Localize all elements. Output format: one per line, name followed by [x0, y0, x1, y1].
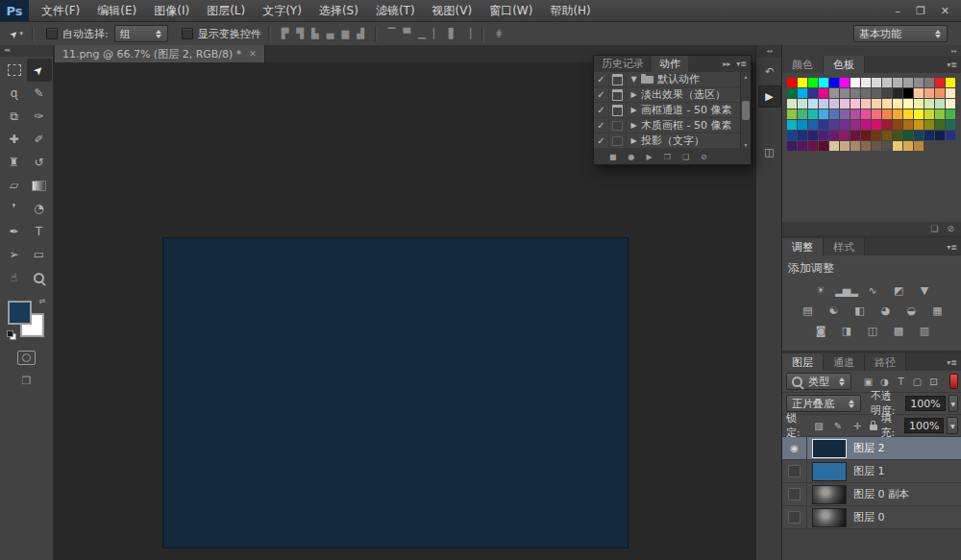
tab-样式[interactable]: 样式	[824, 238, 865, 256]
color-swatch[interactable]	[850, 110, 860, 119]
color-swatch[interactable]	[914, 110, 924, 119]
layer-row[interactable]: 图层 0	[782, 506, 961, 529]
menu-item[interactable]: 文字(Y)	[254, 0, 310, 21]
crop-tool[interactable]: ⧉	[2, 105, 27, 128]
canvas-document[interactable]	[163, 238, 628, 548]
align-top-edges-icon[interactable]: ▄	[327, 28, 334, 38]
color-swatch[interactable]	[819, 99, 828, 109]
color-swatch[interactable]	[787, 88, 797, 98]
document-tab[interactable]: 11.png @ 66.7% (图层 2, RGB/8) * ✕	[55, 45, 265, 62]
visibility-toggle[interactable]	[788, 511, 801, 523]
screen-mode-button[interactable]: ❐	[22, 375, 32, 387]
delete-button[interactable]: ⊘	[701, 153, 707, 161]
color-swatch[interactable]	[829, 99, 839, 109]
color-swatch[interactable]	[893, 99, 902, 109]
color-swatch[interactable]	[935, 110, 945, 119]
tab-图层[interactable]: 图层	[782, 353, 824, 371]
color-swatch[interactable]	[903, 131, 913, 140]
menu-item[interactable]: 视图(V)	[424, 0, 481, 21]
color-swatch[interactable]	[829, 120, 839, 130]
color-swatch[interactable]	[914, 141, 924, 151]
toggle-item-on-icon[interactable]: ✓	[594, 104, 609, 117]
color-swatch[interactable]	[935, 78, 945, 87]
collapsed-history-button[interactable]: ↶	[759, 61, 780, 82]
panel-collapse-icon[interactable]: ▸▸	[723, 60, 730, 68]
tab-路径[interactable]: 路径	[865, 353, 906, 371]
visibility-cell[interactable]	[782, 460, 807, 482]
color-swatch[interactable]	[914, 88, 924, 98]
color-swatch[interactable]	[893, 141, 902, 151]
color-swatch[interactable]	[829, 141, 839, 151]
action-row[interactable]: ✓▼默认动作	[594, 72, 751, 87]
color-swatch[interactable]	[946, 99, 955, 109]
color-swatch[interactable]	[850, 141, 860, 151]
levels-icon[interactable]: ▂▅▂	[837, 283, 856, 298]
modal-control-cell[interactable]	[609, 72, 627, 86]
hue-saturation-icon[interactable]: ▤	[798, 304, 817, 318]
layer-row[interactable]: 图层 0 副本	[782, 483, 961, 506]
color-swatch[interactable]	[850, 99, 860, 109]
color-swatch[interactable]	[872, 131, 881, 140]
layer-row[interactable]: 图层 1	[782, 460, 961, 483]
selective-color-icon[interactable]: ▥	[915, 324, 934, 338]
color-swatch[interactable]	[946, 131, 955, 140]
color-swatch[interactable]	[946, 120, 955, 130]
move-tool[interactable]: ➤	[27, 59, 52, 82]
brush-tool[interactable]: ✐	[27, 128, 52, 151]
color-swatch[interactable]	[829, 88, 839, 98]
toggle-item-on-icon[interactable]: ✓	[594, 119, 609, 133]
color-swatch[interactable]	[819, 131, 828, 140]
color-swatch[interactable]	[903, 110, 913, 119]
posterize-icon[interactable]: ◨	[837, 324, 856, 338]
color-swatch[interactable]	[914, 120, 924, 130]
color-lookup-icon[interactable]: ▦	[927, 304, 947, 318]
blur-tool[interactable]: ❜	[2, 197, 27, 220]
distribute-horizontal-centers-icon[interactable]: ▋	[449, 28, 456, 38]
tab-动作[interactable]: 动作	[652, 56, 688, 72]
record-button[interactable]: ●	[628, 153, 635, 161]
color-swatch[interactable]	[840, 120, 850, 130]
color-swatch[interactable]	[924, 131, 934, 140]
scroll-up-icon[interactable]: ▴	[744, 73, 747, 80]
color-swatch[interactable]	[808, 99, 818, 109]
channel-mixer-icon[interactable]: ◒	[901, 304, 921, 318]
opacity-dropdown-icon[interactable]: ▼	[949, 395, 958, 412]
color-swatch[interactable]	[840, 88, 850, 98]
collapsed-actions-button[interactable]: ▶	[758, 85, 781, 108]
color-swatch[interactable]	[924, 120, 934, 130]
auto-align-layers-icon[interactable]: ⋕	[495, 22, 503, 45]
rectangle-tool[interactable]: ▭	[27, 243, 52, 266]
expand-icon[interactable]: ▶	[627, 90, 641, 99]
delete-swatch-button[interactable]: ⊘	[947, 224, 954, 233]
close-tab-icon[interactable]: ✕	[249, 49, 257, 59]
color-swatch[interactable]	[861, 88, 871, 98]
lasso-tool[interactable]: ɋ	[2, 82, 27, 105]
color-swatch[interactable]	[808, 120, 818, 130]
color-swatch[interactable]	[872, 120, 881, 130]
color-swatch[interactable]	[819, 110, 828, 119]
action-row[interactable]: ✓▶淡出效果（选区）	[594, 87, 751, 103]
healing-brush-tool[interactable]: ✚	[2, 128, 27, 151]
color-swatch[interactable]	[882, 99, 892, 109]
expand-icon[interactable]: ▼	[627, 75, 641, 84]
color-swatch[interactable]	[808, 78, 818, 87]
auto-select-checkbox[interactable]	[46, 28, 58, 39]
color-swatch[interactable]	[798, 88, 807, 98]
tool-preset-dropdown-icon[interactable]: ▾	[19, 30, 23, 37]
color-swatch[interactable]	[829, 110, 839, 119]
menu-item[interactable]: 图像(I)	[145, 0, 198, 21]
layer-filter-dropdown[interactable]: 类型	[786, 373, 851, 390]
vibrance-icon[interactable]: ▼	[915, 283, 934, 298]
color-swatch[interactable]	[850, 131, 860, 140]
align-right-edges-icon[interactable]: ▙	[311, 28, 319, 38]
foreground-color-chip[interactable]	[8, 301, 32, 325]
color-swatch[interactable]	[808, 141, 818, 151]
color-swatch[interactable]	[914, 99, 924, 109]
layer-thumbnail[interactable]	[813, 509, 846, 526]
color-swatch[interactable]	[893, 88, 902, 98]
color-swatch[interactable]	[808, 88, 818, 98]
color-swatch[interactable]	[882, 110, 892, 119]
quick-selection-tool[interactable]: ✎	[27, 82, 52, 105]
distribute-top-edges-icon[interactable]: ▔	[388, 28, 396, 38]
curves-icon[interactable]: ∿	[863, 283, 882, 298]
